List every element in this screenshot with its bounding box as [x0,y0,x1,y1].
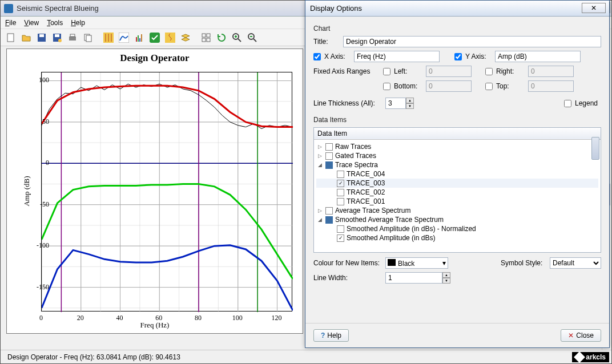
colour-label: Colour for New Items: [313,259,382,267]
svg-rect-15 [141,34,142,42]
left-field [426,66,472,77]
xaxis-label: X Axis: [324,52,351,60]
svg-rect-12 [136,37,137,42]
tree-node-t2[interactable]: TRACE_002 [316,188,598,197]
svg-rect-0 [7,34,14,42]
line-thickness-field[interactable] [385,98,406,109]
spin-up-icon[interactable]: ▲ [406,98,414,103]
tree-node-t1[interactable]: TRACE_001 [316,197,598,206]
colour-combo[interactable]: Black▾ [385,257,448,269]
tree-header: Data Item [314,128,601,140]
svg-rect-13 [138,35,139,42]
right-label: Right: [496,67,525,75]
yaxis-checkbox[interactable] [454,53,462,60]
refresh-icon[interactable] [215,31,228,45]
status-text: Design Operator - Freq (Hz): 63.0841 Amp… [7,353,180,361]
svg-rect-20 [202,38,206,42]
tree-node-avg[interactable]: ▷Average Trace Spectrum [316,206,598,215]
tree-node-smooth[interactable]: ◢Smoothed Average Trace Spectrum [316,215,598,224]
tree-node-t3[interactable]: ✓TRACE_003 [316,179,598,188]
dialog-titlebar[interactable]: Display Options ✕ [305,1,609,17]
chart-title: Design Operator [7,52,303,64]
data-items-label: Data Items [313,116,601,124]
spin-up-icon[interactable]: ▲ [442,272,450,278]
spin-down-icon[interactable]: ▼ [406,103,414,109]
xaxis-field[interactable] [354,51,440,62]
bottom-label: Bottom: [394,82,422,90]
tree-node-spectra[interactable]: ◢Trace Spectra [316,160,598,169]
linewidth-field[interactable] [385,272,442,284]
tree-node-sa[interactable]: ✓Smoothed Amplitude (in dBs) [316,233,598,242]
display-options-dialog: Display Options ✕ Chart Title: X Axis: Y… [305,0,610,348]
yaxis-field[interactable] [495,51,581,62]
symbol-combo[interactable]: Default [550,257,601,269]
svg-rect-4 [55,34,59,37]
wiggle-icon[interactable] [163,31,177,45]
svg-rect-21 [207,38,210,42]
tree-node-raw[interactable]: ▷Raw Traces [316,142,598,151]
top-checkbox[interactable] [485,83,493,90]
data-items-tree[interactable]: Data Item ▷Raw Traces ▷Gated Traces ◢Tra… [313,127,601,253]
trace-icon[interactable] [102,31,115,45]
tree-node-sn[interactable]: Smoothed Amplitude (in dBs) - Normalized [316,224,598,233]
main-title: Seismic Spectral Blueing [17,4,99,13]
svg-rect-14 [139,38,140,42]
bottom-checkbox[interactable] [383,83,390,90]
spin-down-icon[interactable]: ▼ [442,278,450,284]
top-label: Top: [496,82,525,90]
tree-scrollbar[interactable] [591,137,599,160]
xaxis-checkbox[interactable] [313,53,321,60]
legend-checkbox[interactable] [564,100,571,107]
dialog-title: Display Options [310,4,362,13]
top-field [528,80,574,92]
zoom-in-icon[interactable] [230,31,244,45]
line-thickness-label: Line Thickness (All): [313,99,382,107]
svg-rect-19 [207,34,210,37]
open-icon[interactable] [19,31,33,45]
title-label: Title: [313,38,340,46]
line-thickness-spinner[interactable]: ▲▼ [385,98,414,109]
new-icon[interactable] [4,31,18,45]
menu-tools[interactable]: Tools [47,19,63,27]
menu-file[interactable]: File [5,19,16,27]
bars-icon[interactable] [132,31,146,45]
svg-rect-6 [69,37,76,41]
symbol-label: Symbol Style: [501,259,546,267]
copy-icon[interactable] [81,31,95,45]
linewidth-label: Line Width: [313,274,382,282]
check-icon[interactable] [148,31,162,45]
layers-icon[interactable] [179,31,192,45]
dialog-close-button[interactable]: ✕ [582,3,606,13]
menu-help[interactable]: Help [71,19,85,27]
yaxis-label: Y Axis: [465,52,492,60]
svg-rect-7 [70,34,75,37]
spectrum-icon[interactable] [117,31,131,45]
svg-point-5 [58,39,62,42]
close-button-dialog[interactable]: ✕Close [561,329,601,342]
statusbar: Design Operator - Freq (Hz): 63.0841 Amp… [1,350,611,363]
chart-area[interactable]: Design Operator Amp (dB) Freq (Hz) -150-… [6,48,303,334]
bottom-field [426,80,472,92]
save-icon[interactable] [35,31,49,45]
right-checkbox[interactable] [485,68,493,75]
left-checkbox[interactable] [383,68,390,75]
svg-rect-18 [202,34,206,37]
menu-view[interactable]: View [24,19,39,27]
fixed-ranges-label: Fixed Axis Ranges [313,67,380,75]
svg-line-27 [253,39,256,42]
tree-node-gated[interactable]: ▷Gated Traces [316,151,598,160]
right-field [528,66,574,77]
app-icon [4,4,13,13]
saveas-icon[interactable] [50,31,64,45]
title-field[interactable] [343,36,601,47]
help-button[interactable]: ?Help [313,329,349,342]
logo: arkcls [572,352,609,362]
grid-icon[interactable] [199,31,213,45]
svg-rect-17 [165,33,175,43]
linewidth-spinner[interactable]: ▲▼ [385,272,450,284]
tree-node-t4[interactable]: TRACE_004 [316,169,598,179]
plot[interactable] [41,72,292,312]
svg-rect-9 [86,35,91,42]
print-icon[interactable] [66,31,79,45]
zoom-out-icon[interactable] [245,31,259,45]
